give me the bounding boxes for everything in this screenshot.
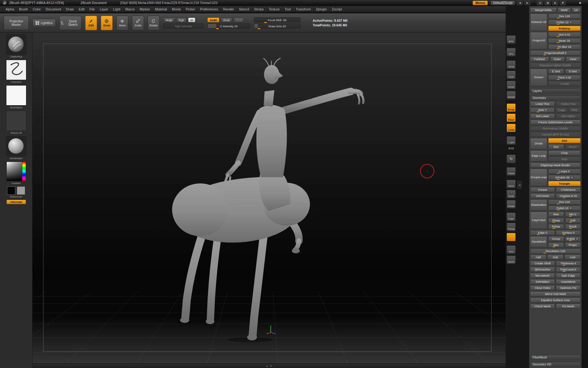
menu-macro[interactable]: Macro (123, 6, 137, 12)
rotate-button[interactable]: Rotate (507, 200, 516, 209)
projectionshell-0-slider[interactable]: ProjectionShell 0 (530, 50, 581, 56)
ctolerance-button[interactable]: CTolerance (556, 187, 581, 192)
smt-button[interactable]: Smt (548, 138, 581, 143)
edge-0-slider[interactable]: Edge 0 (530, 230, 555, 235)
scale-button[interactable]: Scale (507, 190, 516, 198)
menu-alpha[interactable]: Alpha (3, 6, 17, 12)
disp-button[interactable]: Disp (548, 156, 581, 162)
m-button[interactable]: M (188, 17, 195, 22)
extract-button[interactable]: Extract (530, 69, 547, 86)
suv-button[interactable]: Suv (548, 144, 564, 149)
texture-thumbnail[interactable] (6, 111, 26, 131)
mergevisible-button[interactable]: MergeVisible (530, 7, 557, 13)
edge-loop-button[interactable]: Edge Loop (530, 150, 547, 162)
claypolish-button[interactable]: ClayPolish (530, 212, 547, 229)
bpr-button[interactable]: BPR (507, 35, 516, 44)
menu-material[interactable]: Material (153, 6, 169, 12)
convert-bpr-to-geo-button[interactable]: Convert BPR To Geo (530, 132, 581, 137)
menu-layer[interactable]: Layer (97, 6, 111, 12)
crease-button[interactable]: Crease (530, 187, 555, 192)
outer-button[interactable]: Outer (550, 56, 565, 62)
aahalf-button[interactable]: AAHalf (507, 91, 516, 99)
panel-divider-handle[interactable]: ◀ (517, 181, 522, 189)
menu-file[interactable]: File (87, 6, 97, 12)
xyz-button[interactable]: XYZ (507, 146, 516, 151)
draw-size-slider[interactable]: Draw Size 25 (254, 24, 300, 29)
polish-10-slider[interactable]: Polish 10 (548, 20, 581, 25)
focal-shift-slider[interactable]: Focal Shift -56 (254, 17, 300, 22)
actual-button[interactable]: Actual (507, 81, 516, 89)
reconstruct-subdiv-button[interactable]: Reconstruct Subdiv (530, 126, 581, 131)
scroll-up-icon[interactable]: ▲ (266, 365, 268, 367)
scale-button[interactable]: Scale (132, 16, 144, 30)
move-button[interactable]: Move (116, 16, 128, 30)
secondary-color-swatch[interactable] (17, 186, 25, 195)
lower-res-button[interactable]: Lower Res (530, 101, 555, 106)
pa-blur-10-slider[interactable]: PA Blur 10 (548, 44, 581, 49)
polygrp-button[interactable]: PolyGrp (548, 26, 581, 31)
loops-4-slider[interactable]: Loops 4 (548, 169, 581, 174)
menu-marker[interactable]: Marker (137, 6, 153, 12)
edit-button[interactable]: Edit (85, 16, 97, 30)
frame-button[interactable]: Frame (507, 167, 516, 176)
grid-toggle-icon[interactable]: ▦ (545, 1, 551, 5)
menu-picker[interactable]: Picker (183, 6, 198, 12)
color-picker[interactable]: 1 (6, 162, 26, 181)
z-intensity-slider[interactable]: Z Intensity 20 (207, 24, 250, 29)
panel-toggle-icon[interactable]: ▤ (537, 1, 543, 5)
micromesh-button[interactable]: MicroMesh (530, 273, 555, 278)
dock-right-icon[interactable]: ▶ (524, 1, 530, 5)
del-lower-button[interactable]: Del Lower (530, 113, 555, 119)
sub-button[interactable]: Sub (547, 255, 564, 260)
qremesher-button[interactable]: QRemesher (530, 267, 555, 272)
zcut-button[interactable]: Zcut (234, 17, 244, 22)
document-canvas[interactable] (32, 33, 506, 363)
menu-zplugin[interactable]: Zplugin (313, 6, 329, 12)
scroll-button[interactable]: Scroll (507, 60, 516, 69)
menu-draw[interactable]: Draw (63, 6, 76, 12)
palette-header-fibermesh[interactable]: FiberMesh (530, 355, 581, 360)
l-sym-button[interactable]: L.Sym (507, 136, 516, 145)
s-smt-button[interactable]: S Smt (565, 69, 581, 74)
rotate-button[interactable]: Rotate (148, 16, 160, 30)
mirror-and-weld-button[interactable]: Mirror And Weld (530, 291, 581, 297)
polish-10-slider[interactable]: Polish 10 (548, 205, 581, 211)
rgb-button[interactable]: Rgb (176, 17, 187, 22)
screen-toggle-icon[interactable]: ◧ (552, 1, 558, 5)
projec-button[interactable]: Projec (565, 242, 581, 247)
menu-color[interactable]: Color (30, 6, 43, 12)
higher-res-button[interactable]: Higher Res (556, 101, 581, 106)
menu-stencil[interactable]: Stencil (236, 6, 251, 12)
divide-button[interactable]: Divide (530, 138, 547, 149)
canvas-scrollbar[interactable]: ▲ ▼ (32, 363, 506, 368)
res-128-slider[interactable]: Res 128 (548, 199, 581, 205)
dock-left-icon[interactable]: ◀ (517, 1, 523, 5)
spiral-button[interactable]: ↻ (507, 155, 516, 163)
menu-render[interactable]: Render (221, 6, 236, 12)
remesh-all-button[interactable]: ReMesh All (530, 13, 547, 31)
material-thumbnail[interactable] (6, 136, 26, 156)
insertmesh-button[interactable]: InsertMesh (556, 279, 581, 284)
polish-10-toggle-icon[interactable] (569, 207, 572, 210)
zsub-button[interactable]: Zsub (221, 17, 232, 22)
spin-edge-button[interactable]: Spin Edge (556, 273, 581, 278)
fix-mesh-button[interactable]: Fix Mesh (556, 304, 581, 309)
thick-0-02-slider[interactable]: Thick 0.02 (548, 75, 581, 80)
close-icon[interactable]: × (579, 1, 581, 5)
reuv-button[interactable]: ReUV (565, 144, 581, 149)
equalize-surface-area-button[interactable]: Equalize Surface Area (530, 297, 581, 303)
rsoft-slider[interactable]: RSoft (565, 224, 581, 229)
close-holes-button[interactable]: Close Holes (530, 285, 555, 290)
menu-movie[interactable]: Movie (169, 6, 183, 12)
menu-texture[interactable]: Texture (266, 6, 282, 12)
mrgb-button[interactable]: Mrgb (163, 17, 175, 22)
accept-button[interactable]: Accept (548, 81, 581, 86)
dist-0-02-slider[interactable]: Dist 0.02 (548, 32, 581, 37)
res-128-slider[interactable]: Res 128 (548, 13, 581, 19)
min-0-slider[interactable]: Min 0 (565, 212, 581, 217)
edgeloop-mask-border-button[interactable]: Edgeloop Mask Border (530, 163, 581, 168)
cage-button[interactable]: Cage (556, 107, 567, 113)
ghost-button[interactable] (507, 233, 516, 241)
floor-button[interactable]: Floor (507, 113, 516, 122)
solo-button[interactable]: Solo (507, 245, 516, 254)
